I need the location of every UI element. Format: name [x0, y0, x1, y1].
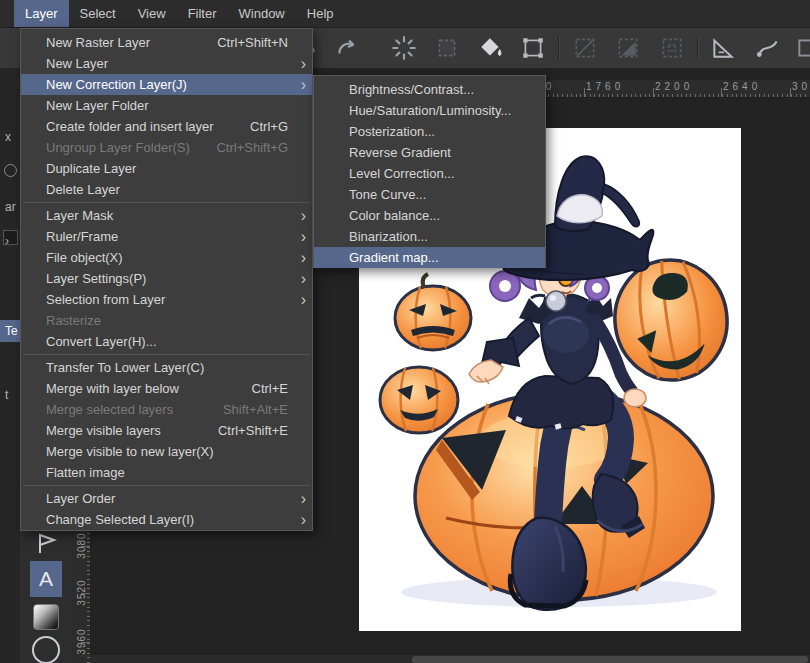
menubar-item-window[interactable]: Window	[228, 0, 296, 27]
ellipse-tool[interactable]	[32, 636, 60, 663]
menu-item-new-layer-folder[interactable]: New Layer Folder	[21, 95, 312, 116]
ruler-tick	[686, 94, 687, 97]
menubar-item-help[interactable]: Help	[296, 0, 345, 27]
ruler-tick	[736, 94, 737, 97]
polyline-tool[interactable]	[33, 531, 59, 557]
ruler-tick	[548, 94, 549, 97]
curve-brush-icon[interactable]	[755, 35, 781, 61]
menu-item-posterization[interactable]: Posterization...	[314, 121, 545, 142]
menu-item-level-correction[interactable]: Level Correction...	[314, 163, 545, 184]
ruler-tick	[87, 584, 90, 585]
ruler-tick	[594, 94, 595, 97]
gradient-tool[interactable]	[33, 604, 59, 630]
ruler-tick	[695, 94, 696, 97]
ruler-tick	[805, 94, 806, 97]
ruler-tick	[727, 94, 728, 97]
ruler-tick	[87, 551, 90, 552]
select-area-icon[interactable]	[434, 35, 460, 61]
ruler-tick	[654, 94, 655, 97]
ruler-tick	[553, 94, 554, 97]
redo-icon[interactable]	[335, 35, 361, 61]
horizontal-scrollbar[interactable]	[90, 654, 810, 663]
clipped-tool-icon[interactable]	[795, 35, 810, 61]
clipped-panel-text: ›	[5, 234, 9, 248]
menu-item-gradient-map[interactable]: Gradient map...	[314, 247, 545, 268]
ruler-tick	[672, 94, 673, 97]
menu-item-duplicate-layer[interactable]: Duplicate Layer	[21, 158, 312, 179]
ruler-tick	[755, 94, 756, 97]
menu-item-delete-layer[interactable]: Delete Layer	[21, 179, 312, 200]
menu-item-reverse-gradient[interactable]: Reverse Gradient	[314, 142, 545, 163]
ruler-tick	[709, 94, 710, 97]
menu-item-ruler-frame[interactable]: Ruler/Frame ›	[21, 226, 312, 247]
submenu-arrow-icon: ›	[291, 271, 306, 286]
ruler-tick	[677, 94, 678, 97]
menu-item-selection-from-layer[interactable]: Selection from Layer ›	[21, 289, 312, 310]
menu-item-color-balance[interactable]: Color balance...	[314, 205, 545, 226]
ruler-tick	[658, 94, 659, 97]
menu-item-merge-visible-layers[interactable]: Merge visible layers Ctrl+Shift+E	[21, 420, 312, 441]
angle-ruler-icon[interactable]	[710, 35, 736, 61]
clipped-panel-icon	[4, 164, 17, 177]
text-tool[interactable]: A	[30, 561, 62, 597]
menu-item-new-raster-layer[interactable]: New Raster Layer Ctrl+Shift+N	[21, 32, 312, 53]
menubar-item-select[interactable]: Select	[69, 0, 127, 27]
menubar-item-view[interactable]: View	[127, 0, 177, 27]
menu-item-brightness-contrast[interactable]: Brightness/Contrast...	[314, 79, 545, 100]
menu-item-merge-visible-to-new-layer-x[interactable]: Merge visible to new layer(X)	[21, 441, 312, 462]
ruler-tick	[759, 94, 760, 97]
ruler-tick	[87, 593, 90, 594]
transform-frame-icon[interactable]	[520, 35, 546, 61]
left-panel-edge: xar›Tet	[0, 68, 20, 663]
ruler-tick	[87, 643, 90, 644]
submenu-arrow-icon: ›	[291, 229, 306, 244]
menu-item-merge-selected-layers: Merge selected layers Shift+Alt+E	[21, 399, 312, 420]
menu-item-new-correction-layer-j[interactable]: New Correction Layer(J) ›	[21, 74, 312, 95]
rect-select-icon[interactable]	[659, 35, 685, 61]
correction-layer-submenu: Brightness/Contrast... Hue/Saturation/Lu…	[313, 75, 546, 268]
submenu-arrow-icon: ›	[291, 491, 306, 506]
menu-item-binarization[interactable]: Binarization...	[314, 226, 545, 247]
ruler-tick	[87, 556, 90, 557]
ruler-tick	[87, 533, 90, 534]
menu-separator	[23, 202, 310, 203]
menu-item-layer-mask[interactable]: Layer Mask ›	[21, 205, 312, 226]
clipped-panel-text: x	[5, 130, 11, 144]
spinner-icon[interactable]	[391, 35, 417, 61]
menu-item-hue-saturation-luminosity[interactable]: Hue/Saturation/Luminosity...	[314, 100, 545, 121]
ruler-tick	[704, 94, 705, 97]
menu-item-file-object-x[interactable]: File object(X) ›	[21, 247, 312, 268]
ruler-tick	[631, 94, 632, 97]
polygon-select-icon[interactable]	[615, 35, 641, 61]
ruler-tick	[681, 94, 682, 97]
menu-item-create-folder-and-insert-layer[interactable]: Create folder and insert layer Ctrl+G	[21, 116, 312, 137]
submenu-arrow-icon: ›	[291, 250, 306, 265]
menu-item-layer-settings-p[interactable]: Layer Settings(P) ›	[21, 268, 312, 289]
menubar-item-layer[interactable]: Layer	[14, 0, 69, 27]
pumpkin-small-lower-left	[380, 367, 458, 433]
menu-item-merge-with-layer-below[interactable]: Merge with layer below Ctrl+E	[21, 378, 312, 399]
ruler-tick	[87, 547, 90, 548]
menu-item-flatten-image[interactable]: Flatten image	[21, 462, 312, 483]
toolbar-separator	[697, 36, 699, 60]
menu-item-change-selected-layer-i[interactable]: Change Selected Layer(I) ›	[21, 509, 312, 530]
ruler-tick	[773, 94, 774, 97]
ruler-tick	[626, 94, 627, 97]
menu-item-layer-order[interactable]: Layer Order ›	[21, 488, 312, 509]
menubar-item-filter[interactable]: Filter	[177, 0, 228, 27]
layer-menu-dropdown: New Raster Layer Ctrl+Shift+N New Layer …	[20, 28, 313, 531]
menu-item-convert-layer-h[interactable]: Convert Layer(H)...	[21, 331, 312, 352]
ruler-tick	[663, 94, 664, 97]
menu-item-tone-curve[interactable]: Tone Curve...	[314, 184, 545, 205]
fill-bucket-icon[interactable]	[478, 35, 504, 61]
ruler-tick	[571, 94, 572, 97]
ruler-tick	[635, 94, 636, 97]
ruler-tick	[700, 94, 701, 97]
ruler-tick	[87, 538, 90, 539]
menu-item-new-layer[interactable]: New Layer ›	[21, 53, 312, 74]
scrollbar-thumb[interactable]	[412, 656, 808, 663]
ruler-tick	[562, 94, 563, 97]
line-select-icon[interactable]	[572, 35, 598, 61]
menu-item-transfer-to-lower-layer-c[interactable]: Transfer To Lower Layer(C)	[21, 357, 312, 378]
ruler-tick	[87, 602, 90, 603]
